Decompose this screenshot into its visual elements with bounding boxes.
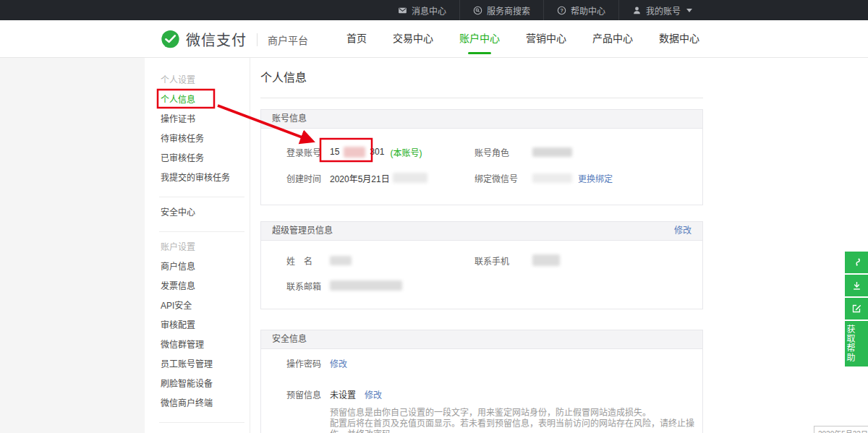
nav-item-transaction-center[interactable]: 交易中心 [380, 20, 446, 58]
field-label: 绑定微信号 [475, 172, 532, 184]
download-button[interactable] [845, 275, 868, 296]
sidebar-item-invoice-info[interactable]: 发票信息 [161, 277, 250, 296]
sidebar-item-pending-review-tasks[interactable]: 待审核任务 [161, 129, 250, 149]
nav-item-data-center[interactable]: 数据中心 [646, 20, 712, 58]
topbar-item-label: 我的账号 [646, 4, 681, 17]
sidebar-item-personal-info[interactable]: 个人信息 [161, 90, 250, 110]
provider-search-menu-item[interactable]: 服务商搜索 [459, 0, 543, 20]
account-info-panel-header: 账号信息 [261, 110, 702, 129]
sidebar-item-wechat-merchant-terminal[interactable]: 微信商户终端 [161, 394, 250, 413]
svg-text:?: ? [560, 7, 563, 12]
edit-admin-link[interactable]: 修改 [674, 222, 692, 240]
brand-divider [257, 33, 258, 46]
login-account-row: 登录账号 15 301 (本账号) [286, 140, 475, 163]
operation-password-row: 操作密码 修改 [286, 355, 702, 371]
field-label: 登录账号 [286, 146, 330, 158]
security-info-panel: 安全信息 操作密码 修改 预留信息 未设置 修改 预留信息是由你自己设置的一段文… [260, 330, 703, 433]
admin-email-row: 联系邮箱 [286, 278, 475, 293]
sidebar-item-security-center[interactable]: 安全中心 [161, 203, 250, 223]
field-label: 预留信息 [286, 388, 330, 400]
help-center-menu-item[interactable]: ? 帮助中心 [543, 0, 618, 20]
brand: 微信支付 商户平台 [161, 29, 308, 50]
nav-item-account-center[interactable]: 账户中心 [446, 20, 513, 58]
nav-item-product-center[interactable]: 产品中心 [579, 20, 646, 58]
main-content: 个人信息 账号信息 登录账号 15 301 (本账号) [260, 58, 703, 433]
date-tooltip: 2020年5月22日 [814, 426, 868, 433]
bound-wechat-row: 绑定微信号 更换绑定 [475, 166, 702, 189]
sidebar-divider [159, 422, 244, 423]
field-label: 联系邮箱 [286, 280, 330, 292]
sidebar-item-review-config[interactable]: 审核配置 [161, 316, 250, 335]
help-line: 配置后将在首页及充值页面显示。若未看到预留信息，表明当前访问的网站存在风险，请终… [330, 419, 702, 433]
topbar-item-label: 服务商搜索 [487, 4, 530, 17]
account-role-row: 账号角色 [475, 140, 702, 163]
brand-subtitle: 商户平台 [268, 33, 308, 47]
change-binding-link[interactable]: 更换绑定 [578, 172, 613, 184]
header: 微信支付 商户平台 首页 交易中心 账户中心 营销中心 产品中心 数据中心 [0, 20, 868, 58]
nav-item-label: 账户中心 [459, 33, 500, 44]
created-time-row: 创建时间 2020年5月21日 [286, 166, 475, 189]
login-account-value: 15 301 (本账号) [330, 146, 422, 158]
redacted-value [330, 280, 402, 291]
link-icon [851, 257, 862, 268]
left-gutter [0, 58, 145, 433]
field-label: 姓 名 [286, 254, 330, 267]
redacted-value [532, 147, 572, 157]
active-tab-underline [468, 52, 491, 54]
panel-title: 超级管理员信息 [272, 222, 333, 240]
redacted-value [532, 173, 572, 183]
wechat-pay-logo-icon [161, 30, 180, 49]
topbar-item-label: 消息中心 [412, 4, 446, 17]
reserved-info-help-text: 预留信息是由你自己设置的一段文字，用来鉴定网站身份，防止假冒网站造成损失。 配置… [330, 408, 702, 433]
quick-link-button[interactable] [845, 252, 868, 273]
login-account-prefix: 15 [330, 147, 339, 157]
help-icon: ? [557, 6, 566, 15]
nav-item-marketing-center[interactable]: 营销中心 [513, 20, 579, 58]
reserved-info-row: 预留信息 未设置 修改 [286, 386, 702, 402]
sidebar-item-merchant-info[interactable]: 商户信息 [161, 257, 250, 277]
app-window: 消息中心 服务商搜索 ? 帮助中心 [0, 0, 868, 433]
redacted-value [532, 254, 560, 266]
sidebar-item-wechat-group-management[interactable]: 微信群管理 [161, 335, 250, 355]
feedback-button[interactable] [845, 298, 868, 320]
sidebar-item-face-smart-device[interactable]: 刷脸智能设备 [161, 374, 250, 394]
redacted-value [344, 147, 365, 158]
search-icon [473, 6, 482, 15]
sidebar-item-operation-certificate[interactable]: 操作证书 [161, 110, 250, 129]
topbar: 消息中心 服务商搜索 ? 帮助中心 [0, 0, 868, 20]
login-account-suffix: 301 [370, 147, 384, 157]
super-admin-panel-header: 超级管理员信息 修改 [261, 222, 702, 241]
field-label: 账号角色 [475, 146, 532, 158]
edit-reserved-info-link[interactable]: 修改 [365, 388, 382, 400]
get-help-button[interactable]: 获取帮助 [845, 321, 868, 366]
topbar-item-label: 帮助中心 [571, 4, 605, 17]
field-label: 联系手机 [475, 254, 532, 267]
edit-icon [851, 304, 862, 314]
super-admin-panel: 超级管理员信息 修改 姓 名 联系手机 联系邮箱 [260, 221, 703, 309]
reserved-info-value: 未设置 [330, 388, 356, 400]
sidebar-divider [159, 231, 244, 232]
field-label: 创建时间 [286, 172, 330, 184]
floating-help-bar: 获取帮助 [845, 252, 868, 366]
sidebar: 个人设置 个人信息 操作证书 待审核任务 已审核任务 我提交的审核任务 安全中心… [145, 58, 250, 433]
brand-name: 微信支付 [186, 29, 247, 50]
user-icon [632, 6, 642, 15]
page-title: 个人信息 [260, 68, 703, 85]
sidebar-item-reviewed-tasks[interactable]: 已审核任务 [161, 149, 250, 168]
chevron-down-icon [686, 9, 692, 12]
help-line: 预留信息是由你自己设置的一段文字，用来鉴定网站身份，防止假冒网站造成损失。 [330, 408, 702, 419]
redacted-value [330, 256, 352, 265]
sidebar-item-api-security[interactable]: API安全 [161, 296, 250, 316]
sidebar-item-staff-account-management[interactable]: 员工账号管理 [161, 355, 250, 374]
sidebar-item-my-submitted-tasks[interactable]: 我提交的审核任务 [161, 168, 250, 188]
my-account-menu-item[interactable]: 我的账号 [618, 0, 705, 20]
main-nav: 首页 交易中心 账户中心 营销中心 产品中心 数据中心 [333, 20, 712, 58]
edit-password-link[interactable]: 修改 [330, 357, 347, 369]
admin-name-row: 姓 名 [286, 252, 475, 268]
message-center-menu-item[interactable]: 消息中心 [385, 0, 459, 20]
title-divider [260, 98, 703, 98]
panel-title: 安全信息 [272, 330, 307, 348]
account-info-panel: 账号信息 登录账号 15 301 (本账号) 账号角色 [260, 109, 703, 205]
nav-item-home[interactable]: 首页 [333, 20, 380, 58]
created-time-value: 2020年5月21日 [330, 172, 390, 184]
